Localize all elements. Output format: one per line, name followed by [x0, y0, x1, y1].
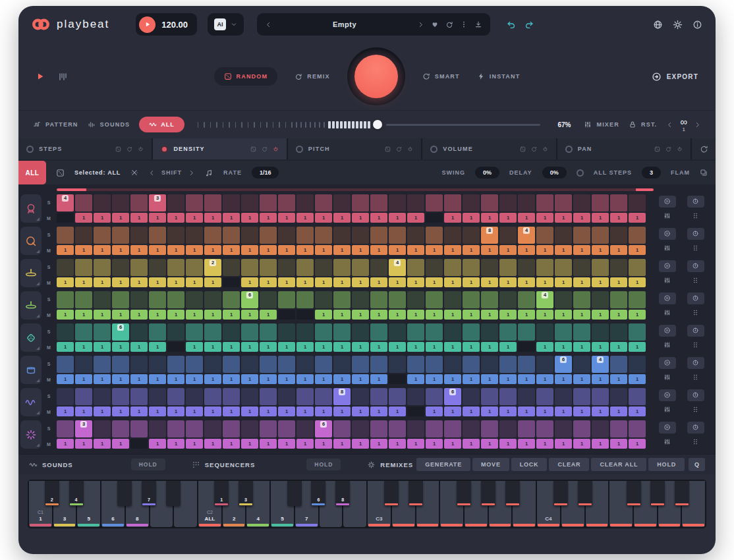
track-3-step-30-density[interactable]: [592, 259, 609, 276]
track-4-step-23[interactable]: 1: [463, 310, 480, 320]
track-8-step-26-density[interactable]: [518, 420, 535, 437]
track-4-step-18[interactable]: 1: [370, 310, 387, 320]
track-7-step-15[interactable]: 1: [315, 406, 332, 416]
track-4-step-10-density[interactable]: [223, 291, 240, 308]
track-8-step-15[interactable]: 1: [315, 439, 332, 449]
play-button[interactable]: [139, 16, 155, 33]
track-1-step-21-density[interactable]: [426, 194, 443, 211]
track-3-step-26[interactable]: 1: [518, 277, 535, 287]
track-6-step-30[interactable]: 1: [592, 374, 609, 384]
track-2-filter-button[interactable]: [663, 244, 671, 252]
track-6-step-8[interactable]: 1: [186, 374, 203, 384]
black-key-oct2-4[interactable]: 6: [311, 481, 325, 506]
all-tracks-pill[interactable]: ALL: [139, 117, 184, 132]
track-7-step-6-density[interactable]: [149, 388, 166, 405]
track-6-solo-button[interactable]: S: [43, 354, 54, 374]
scatter-icon[interactable]: [130, 169, 138, 177]
generate-button[interactable]: GENERATE: [416, 458, 470, 471]
black-key-oct3-4[interactable]: [481, 481, 495, 506]
track-3-step-3[interactable]: 1: [94, 277, 111, 287]
track-8-solo-button[interactable]: S: [43, 419, 54, 438]
track-7-step-11-density[interactable]: [241, 388, 258, 405]
track-6-step-13[interactable]: 1: [278, 374, 295, 384]
track-7-step-7-density[interactable]: [167, 388, 184, 405]
track-6-step-3-density[interactable]: [94, 356, 111, 373]
track-4-step-24-density[interactable]: [481, 291, 498, 308]
reload-preset-icon[interactable]: [445, 20, 453, 28]
track-2-step-27[interactable]: 1: [536, 245, 553, 255]
track-7-filter-button[interactable]: [663, 406, 671, 413]
track-2-step-25[interactable]: 1: [499, 245, 517, 255]
track-5-step-26-density[interactable]: [518, 323, 535, 341]
track-6-step-21-density[interactable]: [426, 356, 443, 373]
track-5-step-18[interactable]: 1: [370, 342, 387, 352]
track-4-step-22-density[interactable]: [444, 291, 461, 308]
track-2-step-6-density[interactable]: [149, 227, 166, 244]
regenerate-all-button[interactable]: [692, 138, 716, 159]
track-4-step-18-density[interactable]: [370, 291, 387, 308]
track-4-step-30-density[interactable]: [592, 291, 609, 308]
track-8-step-26[interactable]: 1: [518, 439, 535, 449]
track-4-step-16[interactable]: 1: [333, 310, 351, 320]
track-1-step-10[interactable]: 1: [223, 213, 240, 223]
track-8-step-4-density[interactable]: [112, 420, 129, 437]
track-5-step-32-density[interactable]: [629, 323, 646, 341]
track-3-step-11-density[interactable]: [241, 259, 258, 276]
redo-icon[interactable]: [524, 20, 534, 30]
track-3-step-6[interactable]: 1: [149, 277, 166, 287]
track-5-step-26[interactable]: [518, 342, 535, 352]
track-4-step-27-density[interactable]: 4: [536, 291, 553, 308]
track-2-step-32[interactable]: 1: [629, 245, 646, 255]
track-3-step-23-density[interactable]: [463, 259, 480, 276]
track-2-step-14-density[interactable]: [296, 227, 314, 244]
track-3-step-2[interactable]: 1: [75, 277, 92, 287]
track-8-step-27[interactable]: 1: [536, 439, 553, 449]
track-5-step-7[interactable]: [167, 342, 184, 352]
track-6-sample-button[interactable]: [18, 354, 43, 385]
track-6-step-9-density[interactable]: [204, 356, 221, 373]
track-6-step-20[interactable]: 1: [407, 374, 424, 384]
track-5-step-25[interactable]: 1: [499, 342, 517, 352]
track-8-filter-button[interactable]: [663, 438, 671, 445]
track-2-step-10-density[interactable]: [223, 227, 240, 244]
track-7-step-26[interactable]: 1: [518, 406, 535, 416]
track-8-step-7[interactable]: 1: [167, 439, 184, 449]
track-6-step-4-density[interactable]: [112, 356, 129, 373]
track-7-step-21[interactable]: 1: [426, 406, 443, 416]
track-7-step-24[interactable]: 1: [481, 406, 498, 416]
track-2-step-27-density[interactable]: [536, 227, 553, 244]
track-8-step-27-density[interactable]: [536, 420, 553, 437]
track-5-step-6-density[interactable]: [149, 323, 166, 341]
track-8-step-4[interactable]: 1: [112, 439, 129, 449]
track-7-step-10-density[interactable]: [223, 388, 240, 405]
track-7-step-32-density[interactable]: [629, 388, 646, 405]
track-1-step-11[interactable]: 1: [241, 213, 258, 223]
track-6-filter-button[interactable]: [663, 374, 671, 381]
track-4-step-30[interactable]: 1: [592, 310, 609, 320]
track-1-step-17[interactable]: 1: [352, 213, 369, 223]
tab-dice-icon[interactable]: [654, 146, 660, 152]
track-4-step-19-density[interactable]: [389, 291, 406, 308]
track-1-step-10-density[interactable]: [223, 194, 240, 211]
track-3-step-15[interactable]: 1: [315, 277, 332, 287]
track-8-step-30-density[interactable]: [592, 420, 609, 437]
track-1-step-14-density[interactable]: [296, 194, 314, 211]
track-3-step-24-density[interactable]: [481, 259, 498, 276]
track-8-step-23-density[interactable]: [463, 420, 480, 437]
track-8-choke-button[interactable]: [687, 422, 704, 434]
track-6-step-28-density[interactable]: 6: [555, 356, 572, 373]
track-1-step-9-density[interactable]: [204, 194, 221, 211]
track-5-step-17-density[interactable]: [352, 323, 369, 341]
track-2-sample-button[interactable]: [18, 225, 43, 256]
track-7-step-28[interactable]: 1: [555, 406, 572, 416]
track-2-step-16[interactable]: 1: [333, 245, 351, 255]
track-6-step-2-density[interactable]: [75, 356, 92, 373]
track-5-sample-button[interactable]: [18, 322, 43, 353]
track-3-step-9-density[interactable]: 2: [204, 259, 221, 276]
track-2-step-28[interactable]: 1: [555, 245, 572, 255]
track-7-step-27-density[interactable]: [536, 388, 553, 405]
track-4-step-7[interactable]: 1: [167, 310, 184, 320]
track-5-step-28-density[interactable]: [555, 323, 572, 341]
track-2-step-1-density[interactable]: [57, 227, 74, 244]
black-key-oct2-1[interactable]: 1: [214, 481, 229, 506]
